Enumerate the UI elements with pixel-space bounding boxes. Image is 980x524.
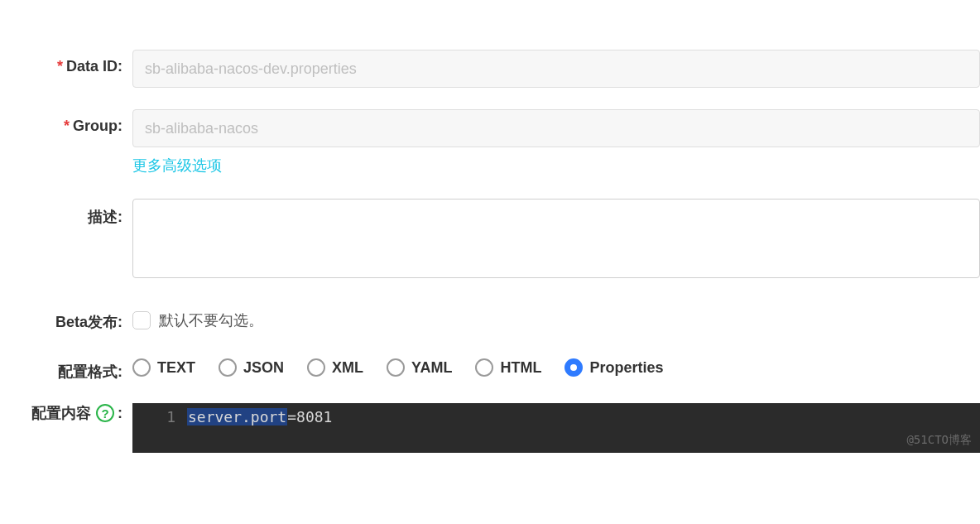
radio-label: HTML	[500, 359, 541, 377]
field-content: 1 server.port=8081 @51CTO博客	[132, 403, 980, 453]
code-val: 8081	[296, 408, 332, 425]
label-beta: Beta发布:	[0, 304, 132, 332]
radio-icon	[307, 358, 325, 377]
radio-label: JSON	[243, 359, 284, 377]
label-group-text: Group:	[73, 118, 122, 135]
required-star: *	[64, 118, 70, 135]
label-content: 配置内容 ? :	[0, 403, 132, 423]
format-radio-html[interactable]: HTML	[475, 358, 541, 377]
radio-label: YAML	[411, 359, 452, 377]
code-editor[interactable]: 1 server.port=8081 @51CTO博客	[132, 403, 980, 453]
row-description: 描述:	[0, 199, 980, 282]
label-content-colon: :	[118, 405, 122, 422]
code-text: server.port=8081	[187, 408, 332, 425]
line-number: 1	[141, 408, 187, 425]
format-radio-properties[interactable]: Properties	[564, 358, 663, 377]
format-radio-text[interactable]: TEXT	[132, 358, 195, 377]
field-group	[132, 109, 980, 147]
field-data-id	[132, 50, 980, 88]
format-radio-json[interactable]: JSON	[219, 358, 284, 377]
radio-icon	[387, 358, 405, 377]
code-eq: =	[287, 408, 296, 425]
label-beta-text: Beta发布:	[55, 312, 122, 332]
label-description-text: 描述:	[88, 207, 122, 227]
radio-icon	[219, 358, 237, 377]
group-input[interactable]	[132, 109, 980, 147]
radio-label: Properties	[589, 359, 663, 377]
field-description	[132, 199, 980, 282]
radio-label: TEXT	[157, 359, 195, 377]
field-beta: 默认不要勾选。	[132, 304, 980, 330]
help-icon[interactable]: ?	[96, 404, 114, 422]
label-description: 描述:	[0, 199, 132, 227]
row-data-id: * Data ID:	[0, 50, 980, 88]
data-id-input[interactable]	[132, 50, 980, 88]
radio-icon	[564, 358, 583, 377]
row-format: 配置格式: TEXTJSONXMLYAMLHTMLProperties	[0, 353, 980, 382]
row-advanced: 更多高级选项	[0, 152, 980, 175]
advanced-options-link[interactable]: 更多高级选项	[132, 156, 222, 175]
radio-icon	[475, 358, 493, 377]
format-radio-yaml[interactable]: YAML	[387, 358, 452, 377]
required-star: *	[57, 58, 63, 75]
row-group: * Group:	[0, 109, 980, 147]
config-form: * Data ID: * Group: 更多高级选项 描述: Beta发布:	[0, 0, 980, 453]
label-group: * Group:	[0, 109, 132, 135]
beta-hint-text: 默认不要勾选。	[159, 310, 263, 330]
watermark: @51CTO博客	[906, 433, 972, 448]
beta-checkbox[interactable]	[132, 311, 151, 329]
label-content-text: 配置内容	[31, 403, 91, 423]
radio-icon	[132, 358, 151, 377]
description-textarea[interactable]	[132, 199, 980, 278]
row-beta: Beta发布: 默认不要勾选。	[0, 304, 980, 332]
format-radio-group: TEXTJSONXMLYAMLHTMLProperties	[132, 353, 980, 377]
field-advanced: 更多高级选项	[132, 152, 980, 175]
code-key: server.port	[187, 408, 287, 425]
label-data-id: * Data ID:	[0, 50, 132, 75]
format-radio-xml[interactable]: XML	[307, 358, 363, 377]
label-format: 配置格式:	[0, 353, 132, 382]
radio-label: XML	[332, 359, 363, 377]
field-format: TEXTJSONXMLYAMLHTMLProperties	[132, 353, 980, 377]
row-content: 配置内容 ? : 1 server.port=8081 @51CTO博客	[0, 403, 980, 453]
editor-line-1: 1 server.port=8081	[141, 408, 972, 425]
label-format-text: 配置格式:	[58, 362, 122, 382]
label-data-id-text: Data ID:	[66, 58, 122, 75]
